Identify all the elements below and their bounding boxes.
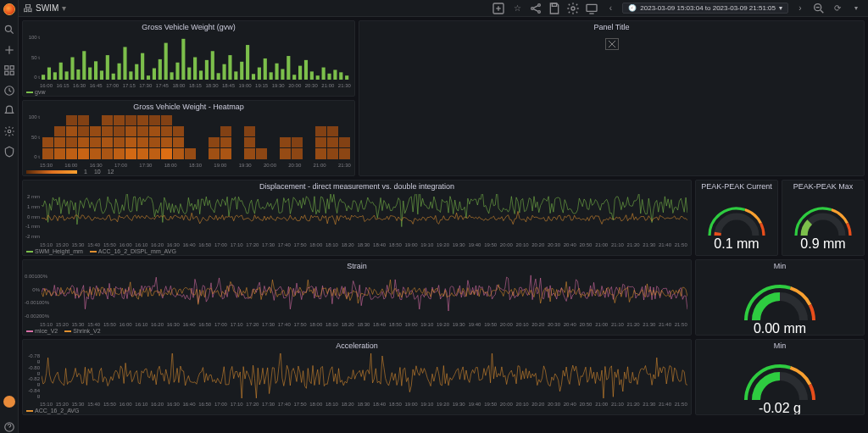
svg-line-18 [534, 5, 538, 8]
panel-title: Displacement - direct measurement vs. do… [23, 180, 691, 192]
chevron-down-icon[interactable]: ▾ [62, 3, 66, 13]
svg-rect-69 [287, 56, 290, 80]
svg-rect-68 [281, 69, 284, 80]
panel-gauge-min-1[interactable]: Min 0.00 mm [695, 259, 865, 336]
legend-mid: 10 [94, 169, 101, 175]
explore-icon[interactable] [3, 85, 15, 97]
tv-icon[interactable] [585, 2, 598, 15]
svg-rect-42 [129, 71, 132, 80]
panel-gauge-min-2[interactable]: Min -0.02 g [695, 339, 865, 415]
svg-rect-77 [333, 69, 337, 80]
gear-icon[interactable] [3, 125, 15, 137]
svg-rect-67 [275, 64, 278, 80]
gauge-value: -0.02 g [759, 401, 801, 415]
panel-heatmap[interactable]: Gross Vehicle Weight - Heatmap 100 t50 t… [22, 100, 355, 176]
svg-rect-54 [199, 70, 203, 80]
svg-rect-59 [228, 55, 231, 80]
plus-icon[interactable] [3, 44, 15, 56]
time-range-picker[interactable]: 🕘 2023-03-09 15:03:04 to 2023-03-09 21:5… [622, 3, 788, 14]
panel-displacement[interactable]: Displacement - direct measurement vs. do… [22, 180, 692, 256]
time-range-label: 2023-03-09 15:03:04 to 2023-03-09 21:51:… [640, 4, 776, 12]
panel-title: Min [696, 260, 864, 272]
svg-rect-66 [270, 72, 273, 80]
panel-strain[interactable]: Strain 0.00100%0%-0.00100%-0.00200% 15:1… [22, 259, 692, 336]
svg-rect-40 [118, 64, 121, 80]
share-icon[interactable] [529, 2, 542, 15]
svg-rect-6 [4, 71, 8, 75]
svg-rect-72 [304, 60, 308, 80]
refresh-interval-chevron[interactable]: ▾ [849, 2, 863, 15]
panel-title: Strain [23, 260, 691, 272]
svg-rect-50 [175, 63, 179, 80]
svg-rect-55 [205, 60, 209, 80]
panel-placeholder[interactable]: Panel Title [359, 20, 865, 176]
svg-point-21 [571, 7, 575, 10]
star-icon[interactable]: ☆ [510, 2, 524, 15]
svg-rect-53 [193, 58, 197, 80]
svg-rect-37 [100, 70, 103, 80]
panel-gauge-peak-max[interactable]: PEAK-PEAK Max 0.9 mm [782, 180, 865, 256]
y-axis: 2 mm1 mm0 mm-1 mm-2 mm [25, 194, 40, 239]
y-axis: 100 t50 t0 t [25, 35, 40, 80]
clock-icon: 🕘 [628, 4, 637, 12]
user-avatar[interactable] [3, 396, 15, 408]
svg-rect-70 [292, 75, 296, 80]
svg-rect-7 [10, 71, 14, 75]
search-icon[interactable] [3, 24, 15, 36]
panel-title: PEAK-PEAK Max [782, 180, 864, 192]
chevron-down-icon: ▾ [779, 4, 782, 12]
panel-title: Gross Vehicle Weight - Heatmap [23, 101, 354, 113]
svg-rect-56 [211, 51, 214, 80]
svg-rect-39 [112, 74, 115, 80]
legend-min: 1 [84, 169, 87, 175]
shield-icon[interactable] [3, 146, 15, 158]
svg-line-19 [534, 8, 538, 11]
breadcrumb-root-icon: 品 [24, 3, 32, 14]
svg-rect-51 [181, 39, 185, 80]
panel-title: Min [696, 340, 864, 352]
y-axis: -0.78 g-0.80 g-0.82 g-0.84 g [25, 353, 40, 398]
panel-gvw[interactable]: Gross Vehicle Weight (gvw) 100 t50 t0 t … [22, 20, 355, 97]
zoom-out-icon[interactable] [812, 2, 826, 15]
add-panel-button[interactable] [492, 2, 505, 15]
panel-legend: mice_V2Shrink_V2 [23, 327, 691, 335]
svg-rect-57 [217, 73, 220, 80]
svg-rect-75 [322, 68, 326, 80]
svg-rect-45 [147, 75, 150, 80]
svg-rect-35 [88, 68, 92, 80]
x-axis: 16:0016:1516:3016:4517:0017:1517:3017:45… [40, 83, 351, 88]
svg-rect-43 [135, 64, 138, 80]
dashboard-title: SWIM [36, 3, 58, 13]
grafana-logo[interactable] [3, 3, 15, 15]
y-axis: 0.00100%0%-0.00100%-0.00200% [25, 274, 40, 319]
time-next-button[interactable]: › [793, 2, 807, 15]
panel-title: Gross Vehicle Weight (gvw) [23, 21, 354, 33]
svg-rect-4 [4, 66, 8, 69]
time-prev-button[interactable]: ‹ [604, 2, 617, 15]
bell-icon[interactable] [3, 105, 15, 117]
refresh-icon[interactable]: ⟳ [831, 2, 844, 15]
panel-gauge-peak-current[interactable]: PEAK-PEAK Current 0.1 mm [695, 180, 778, 256]
svg-rect-29 [53, 72, 57, 80]
svg-rect-71 [298, 66, 302, 80]
svg-rect-20 [553, 3, 557, 6]
dashboards-icon[interactable] [3, 64, 15, 76]
gauge-value: 0.9 mm [800, 236, 845, 252]
dashboard-grid: Gross Vehicle Weight (gvw) 100 t50 t0 t … [19, 17, 868, 433]
svg-line-1 [10, 31, 13, 34]
settings-icon[interactable] [566, 2, 580, 15]
svg-rect-73 [310, 71, 314, 80]
svg-rect-49 [170, 72, 174, 80]
broken-image-icon [605, 38, 619, 50]
svg-rect-34 [82, 51, 86, 80]
svg-rect-62 [246, 45, 249, 80]
panel-accel[interactable]: Acceleration -0.78 g-0.80 g-0.82 g-0.84 … [22, 339, 692, 415]
help-icon[interactable] [3, 421, 15, 433]
x-axis: 15:1015:2015:3015:4015:5016:0016:1016:20… [40, 322, 687, 327]
gauge-row-1: PEAK-PEAK Current 0.1 mm PEAK-PEAK Max 0… [695, 180, 865, 256]
svg-rect-33 [76, 69, 80, 80]
breadcrumb[interactable]: 品 SWIM ▾ [24, 3, 66, 14]
save-icon[interactable] [548, 2, 561, 15]
svg-rect-64 [258, 68, 261, 80]
main-area: 品 SWIM ▾ ☆ ‹ 🕘 2023-03-09 15:03:04 to 20… [19, 0, 868, 433]
